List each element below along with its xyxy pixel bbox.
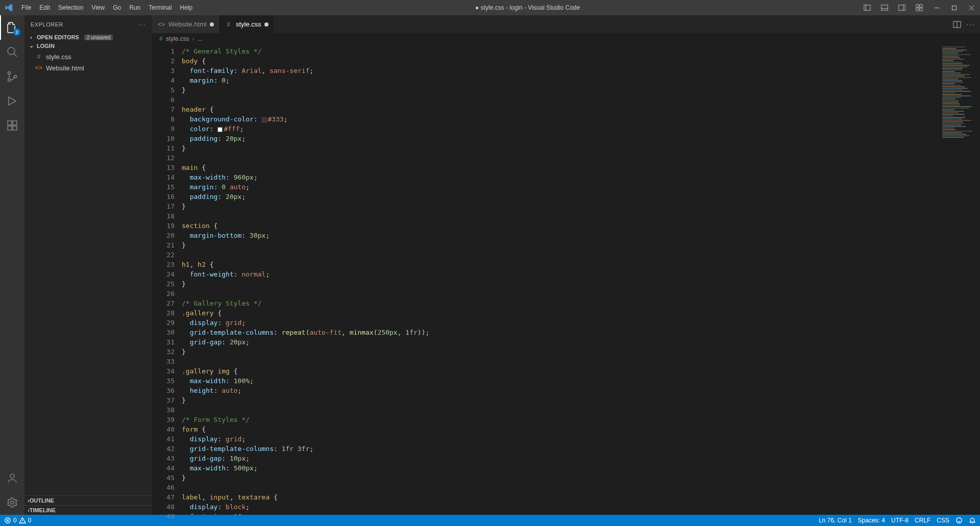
tabs-row: <>Website.html#style.css ··· (152, 15, 980, 33)
status-feedback-icon[interactable] (955, 517, 963, 524)
sidebar-title: EXPLORER (31, 21, 63, 28)
main-area: 2 EXPLORER ·· (0, 15, 980, 515)
activity-search[interactable] (0, 40, 24, 64)
file-label: Website.html (46, 64, 84, 72)
menu-selection[interactable]: Selection (54, 0, 87, 15)
scrollbar[interactable] (973, 44, 980, 515)
svg-rect-22 (13, 121, 17, 125)
activity-bar: 2 (0, 15, 24, 515)
activity-settings[interactable] (0, 490, 24, 515)
menu-run[interactable]: Run (125, 0, 144, 15)
titlebar: FileEditSelectionViewGoRunTerminalHelp ●… (0, 0, 980, 15)
svg-line-15 (14, 54, 17, 57)
svg-rect-6 (916, 5, 919, 7)
menu-view[interactable]: View (87, 0, 109, 15)
svg-rect-21 (13, 126, 17, 130)
status-errors[interactable]: 0 0 (4, 517, 31, 524)
unsaved-dot-icon (210, 22, 214, 27)
activity-accounts[interactable] (0, 466, 24, 490)
breadcrumb[interactable]: # style.css › ... (152, 33, 980, 44)
toggle-secondary-sidebar-icon[interactable] (893, 0, 911, 15)
svg-point-24 (11, 501, 14, 504)
unsaved-badge: 2 unsaved (84, 35, 113, 40)
toggle-primary-sidebar-icon[interactable] (859, 0, 876, 15)
breadcrumb-tail: ... (198, 35, 203, 42)
tab-label: style.css (236, 20, 261, 28)
sidebar-more-icon[interactable]: ··· (138, 21, 146, 28)
close-button[interactable] (963, 0, 980, 15)
open-editors-section[interactable]: › OPEN EDITORS 2 unsaved (24, 33, 152, 41)
css-file-icon: # (35, 53, 43, 61)
breadcrumb-file: style.css (166, 35, 189, 42)
toggle-panel-icon[interactable] (876, 0, 893, 15)
html-file-icon: <> (157, 20, 165, 29)
menu-go[interactable]: Go (109, 0, 125, 15)
svg-point-16 (8, 72, 11, 74)
editor-group: <>Website.html#style.css ··· # style.css… (152, 15, 980, 515)
timeline-label: TIMELINE (30, 507, 56, 513)
tab-style.css[interactable]: #style.css (219, 15, 274, 33)
chevron-right-icon: › (192, 35, 194, 42)
vscode-logo-icon (0, 4, 17, 12)
svg-rect-20 (8, 126, 12, 130)
menu-edit[interactable]: Edit (35, 0, 54, 15)
svg-rect-2 (881, 5, 888, 11)
open-editors-label: OPEN EDITORS (37, 34, 79, 40)
sidebar: EXPLORER ··· › OPEN EDITORS 2 unsaved ⌄ … (24, 15, 152, 515)
svg-rect-19 (8, 121, 12, 125)
html-file-icon: <> (35, 64, 43, 72)
status-cursor[interactable]: Ln 76, Col 1 (819, 517, 852, 524)
status-language[interactable]: CSS (937, 517, 949, 524)
css-file-icon: # (159, 35, 163, 42)
activity-extensions[interactable] (0, 113, 24, 138)
layout-controls (859, 0, 928, 15)
menu-help[interactable]: Help (176, 0, 197, 15)
chevron-down-icon: ⌄ (28, 42, 35, 49)
split-editor-icon[interactable] (953, 20, 961, 29)
svg-point-17 (8, 79, 11, 82)
minimap[interactable] (942, 46, 973, 154)
status-eol[interactable]: CRLF (915, 517, 930, 524)
status-warnings-count: 0 (28, 517, 32, 524)
svg-rect-11 (952, 6, 956, 10)
svg-point-23 (10, 474, 14, 478)
activity-source-control[interactable] (0, 64, 24, 89)
folder-name: LOGIN (37, 43, 55, 49)
svg-point-32 (957, 518, 962, 523)
explorer-badge: 2 (13, 29, 20, 36)
window-controls (928, 0, 980, 15)
folder-section[interactable]: ⌄ LOGIN (24, 41, 152, 50)
minimize-button[interactable] (928, 0, 945, 15)
tabs-actions: ··· (948, 15, 980, 33)
menu-bar: FileEditSelectionViewGoRunTerminalHelp (17, 0, 197, 15)
window-title: ● style.css - login - Visual Studio Code (197, 4, 859, 11)
menu-terminal[interactable]: Terminal (144, 0, 176, 15)
svg-rect-7 (920, 5, 922, 7)
color-swatch-icon (262, 117, 267, 122)
menu-file[interactable]: File (17, 0, 35, 15)
outline-section[interactable]: › OUTLINE (24, 495, 152, 505)
color-swatch-icon (217, 127, 223, 132)
status-bell-icon[interactable] (969, 517, 976, 524)
status-encoding[interactable]: UTF-8 (891, 517, 909, 524)
editor-body[interactable]: 1234567891011121314151617181920212223242… (152, 44, 980, 515)
maximize-button[interactable] (945, 0, 963, 15)
chevron-right-icon: › (28, 34, 35, 40)
svg-rect-9 (920, 8, 922, 11)
code-content[interactable]: /* General Styles */body { font-family: … (182, 44, 980, 515)
activity-run-debug[interactable] (0, 89, 24, 113)
svg-point-14 (8, 47, 15, 55)
file-Website.html[interactable]: <>Website.html (24, 62, 152, 73)
customize-layout-icon[interactable] (911, 0, 928, 15)
file-label: style.css (46, 53, 71, 61)
activity-explorer[interactable]: 2 (0, 15, 24, 40)
file-style.css[interactable]: #style.css (24, 51, 152, 62)
tab-Website.html[interactable]: <>Website.html (152, 15, 219, 33)
sidebar-header: EXPLORER ··· (24, 15, 152, 33)
status-indent[interactable]: Spaces: 4 (858, 517, 885, 524)
more-actions-icon[interactable]: ··· (966, 20, 975, 28)
tab-label: Website.html (168, 20, 207, 28)
svg-rect-0 (864, 5, 870, 11)
timeline-section[interactable]: › TIMELINE (24, 505, 152, 515)
status-errors-count: 0 (13, 517, 17, 524)
